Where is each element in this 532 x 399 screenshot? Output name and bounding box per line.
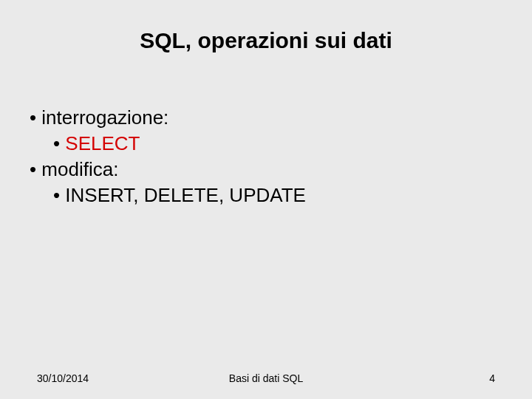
bullet-interrogazione: • interrogazione: [30, 105, 505, 131]
footer-date: 30/10/2014 [37, 372, 89, 384]
bullet-modifica: • modifica: [30, 157, 505, 183]
footer-center: Basi di dati SQL [229, 372, 303, 384]
slide-footer: 30/10/2014 Basi di dati SQL 4 [0, 372, 532, 384]
footer-page: 4 [489, 372, 495, 384]
bullet-iud: • INSERT, DELETE, UPDATE [53, 183, 505, 208]
bullet-interrogazione-text: interrogazione: [41, 106, 168, 129]
bullet-select-text: SELECT [65, 132, 140, 154]
slide-content: • interrogazione: • SELECT • modifica: •… [30, 105, 505, 208]
slide-title: SQL, operazioni sui dati [27, 28, 505, 53]
bullet-select: • SELECT [53, 131, 505, 157]
slide: SQL, operazioni sui dati • interrogazion… [0, 0, 532, 399]
bullet-modifica-text: modifica: [41, 158, 118, 180]
bullet-iud-text: INSERT, DELETE, UPDATE [65, 184, 306, 206]
